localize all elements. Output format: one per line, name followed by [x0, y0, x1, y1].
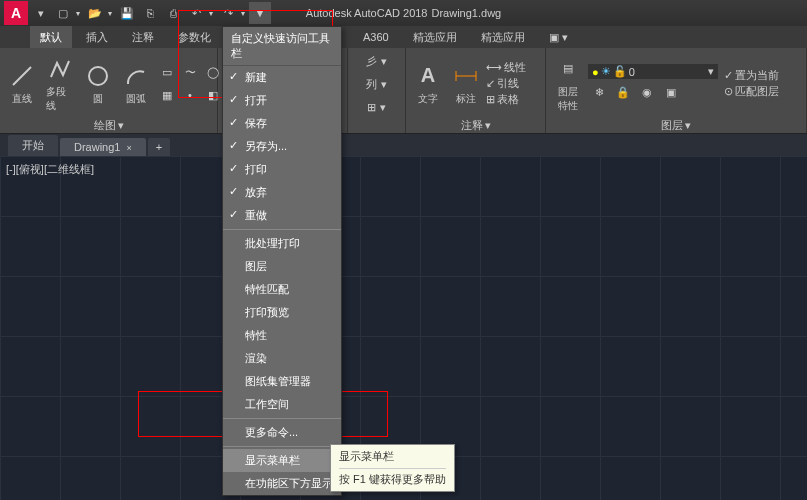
drop-icon[interactable]: ▾	[105, 2, 115, 24]
menu-matchprops[interactable]: 特性匹配	[223, 278, 341, 301]
panel-title-draw: 绘图	[94, 118, 116, 133]
tab-annotate[interactable]: 注释	[122, 26, 164, 48]
extend-icon[interactable]: 列 ▾	[357, 73, 397, 95]
menu-sheetset[interactable]: 图纸集管理器	[223, 370, 341, 393]
text-button[interactable]: A文字	[410, 60, 446, 108]
new-tab-button[interactable]: +	[148, 138, 170, 156]
tooltip: 显示菜单栏 按 F1 键获得更多帮助	[330, 444, 455, 492]
menu-saveas[interactable]: 另存为...	[223, 135, 341, 158]
menu-showmenubar[interactable]: 显示菜单栏	[223, 449, 341, 472]
menu-save[interactable]: 保存	[223, 112, 341, 135]
expand-icon[interactable]: ▾	[485, 119, 491, 132]
ribbon-tabbar: 默认 插入 注释 参数化 A360 精选应用 精选应用 ▣ ▾	[0, 26, 807, 48]
qat-customize-menu: 自定义快速访问工具栏 新建 打开 保存 另存为... 打印 放弃 重做 批处理打…	[222, 26, 342, 496]
tab-addins[interactable]: A360	[353, 26, 399, 48]
layer-iso-icon[interactable]: ▣	[660, 81, 682, 103]
document-tabs: 开始 Drawing1× +	[0, 134, 807, 156]
doc-tab-start[interactable]: 开始	[8, 135, 58, 156]
rect-icon[interactable]: ▭	[156, 61, 178, 83]
spline-icon[interactable]: 〜	[179, 61, 201, 83]
arc-button[interactable]: 圆弧	[118, 60, 154, 108]
svg-point-1	[89, 67, 107, 85]
panel-draw: 直线 多段线 圆 圆弧 ▭〜◯ ▦•◧ 绘图 ▾	[0, 48, 218, 133]
layer-lock-icon[interactable]: 🔒	[612, 81, 634, 103]
app-logo[interactable]: A	[4, 1, 28, 25]
qat-customize-drop[interactable]: ▼	[249, 2, 271, 24]
drop-icon[interactable]: ▾	[238, 2, 248, 24]
menu-separator	[223, 446, 341, 447]
menu-separator	[223, 418, 341, 419]
menu-title: 自定义快速访问工具栏	[223, 27, 341, 66]
app-name: Autodesk AutoCAD 2018	[306, 7, 428, 19]
panel-title-layer: 图层	[661, 118, 683, 133]
qat-undo-icon[interactable]: ↶	[185, 2, 207, 24]
panel-annotation: A文字 标注 ⟷线性 ↙引线 ⊞表格 注释 ▾	[406, 48, 546, 133]
menu-workspace[interactable]: 工作空间	[223, 393, 341, 416]
menu-print[interactable]: 打印	[223, 158, 341, 181]
layer-props-button[interactable]: ▤图层 特性	[550, 53, 586, 115]
match-layer-button[interactable]: ⊙匹配图层	[724, 84, 779, 99]
tab-default[interactable]: 默认	[30, 26, 72, 48]
menu-new[interactable]: 新建	[223, 66, 341, 89]
menu-separator	[223, 229, 341, 230]
expand-icon[interactable]: ▾	[685, 119, 691, 132]
tab-parametric[interactable]: 参数化	[168, 26, 221, 48]
tooltip-help: 按 F1 键获得更多帮助	[339, 468, 446, 487]
polyline-button[interactable]: 多段线	[42, 53, 78, 115]
close-icon[interactable]: ×	[126, 143, 131, 153]
svg-line-0	[13, 67, 31, 85]
tab-a360[interactable]: 精选应用	[403, 26, 467, 48]
dimension-button[interactable]: 标注	[448, 60, 484, 108]
qat-print-icon[interactable]: ⎙	[162, 2, 184, 24]
tab-featured[interactable]: 精选应用	[471, 26, 535, 48]
menu-render[interactable]: 渲染	[223, 347, 341, 370]
expand-icon[interactable]: ▾	[118, 119, 124, 132]
layer-combo[interactable]: ●☀🔓0▾	[588, 64, 718, 79]
qat-new-icon[interactable]: ▢	[52, 2, 74, 24]
menu-open[interactable]: 打开	[223, 89, 341, 112]
panel-layer: ▤图层 特性 ●☀🔓0▾ ❄🔒◉▣ ✓置为当前 ⊙匹配图层 图层 ▾	[546, 48, 807, 133]
panel-modify2: 彡 ▾ 列 ▾ ⊞ ▾	[348, 48, 406, 133]
menu-more[interactable]: 更多命令...	[223, 421, 341, 444]
explode-icon[interactable]: ⊞ ▾	[357, 96, 397, 118]
offset-icon[interactable]: 彡 ▾	[357, 50, 397, 72]
menu-layer[interactable]: 图层	[223, 255, 341, 278]
qat-redo-icon[interactable]: ↷	[217, 2, 239, 24]
app-menu-drop[interactable]: ▾	[30, 2, 52, 24]
menu-redo[interactable]: 重做	[223, 204, 341, 227]
drop-icon[interactable]: ▾	[73, 2, 83, 24]
table-button[interactable]: ⊞表格	[486, 92, 526, 107]
qat-saveas-icon[interactable]: ⎘	[139, 2, 161, 24]
tab-insert[interactable]: 插入	[76, 26, 118, 48]
circle-button[interactable]: 圆	[80, 60, 116, 108]
leader-button[interactable]: ↙引线	[486, 76, 526, 91]
qat-save-icon[interactable]: 💾	[116, 2, 138, 24]
linear-button[interactable]: ⟷线性	[486, 60, 526, 75]
panel-title-annot: 注释	[461, 118, 483, 133]
drop-icon[interactable]: ▾	[206, 2, 216, 24]
ribbon: 直线 多段线 圆 圆弧 ▭〜◯ ▦•◧ 绘图 ▾ ✥⟲✂ ⿻▟⌒ ⇲⤢▦ 改 ▾…	[0, 48, 807, 134]
menu-plotpreview[interactable]: 打印预览	[223, 301, 341, 324]
doc-tab-drawing1[interactable]: Drawing1×	[60, 138, 146, 156]
menu-batchplot[interactable]: 批处理打印	[223, 232, 341, 255]
viewport-controls[interactable]: [-][俯视][二维线框]	[6, 162, 94, 177]
tooltip-title: 显示菜单栏	[339, 449, 446, 464]
line-button[interactable]: 直线	[4, 60, 40, 108]
menu-undo[interactable]: 放弃	[223, 181, 341, 204]
menu-showbelow[interactable]: 在功能区下方显示	[223, 472, 341, 495]
layer-freeze-icon[interactable]: ❄	[588, 81, 610, 103]
quick-access-toolbar: ▢▾ 📂▾ 💾 ⎘ ⎙ ↶▾ ↷▾ ▼	[52, 2, 271, 24]
doc-name: Drawing1.dwg	[432, 7, 502, 19]
title-text: Autodesk AutoCAD 2018 Drawing1.dwg	[306, 7, 501, 19]
qat-open-icon[interactable]: 📂	[84, 2, 106, 24]
menu-properties[interactable]: 特性	[223, 324, 341, 347]
hatch-icon[interactable]: ▦	[156, 84, 178, 106]
layer-off-icon[interactable]: ◉	[636, 81, 658, 103]
point-icon[interactable]: •	[179, 84, 201, 106]
set-current-button[interactable]: ✓置为当前	[724, 68, 779, 83]
tab-expand-icon[interactable]: ▣ ▾	[539, 26, 578, 48]
